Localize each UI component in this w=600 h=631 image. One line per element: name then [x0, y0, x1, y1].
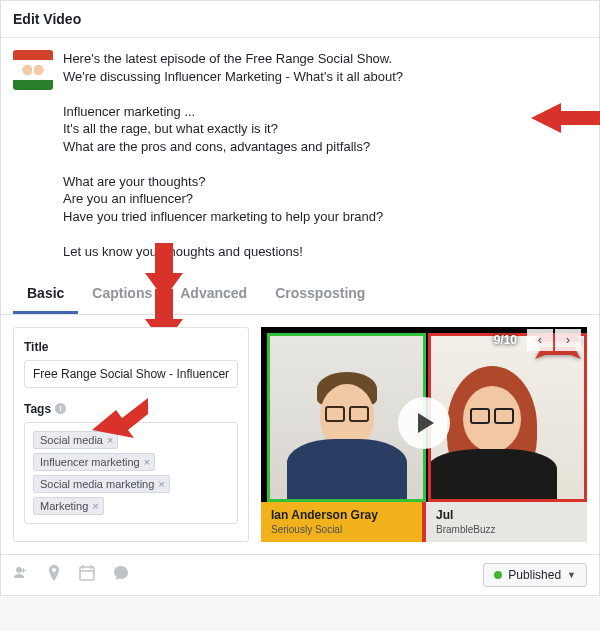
name-cell-left: Ian Anderson Gray Seriously Social: [261, 502, 422, 542]
slide-index: 9/10: [494, 333, 517, 347]
prev-slide-button[interactable]: ‹: [527, 329, 553, 351]
status-dot-icon: [494, 571, 502, 579]
person-org: BrambleBuzz: [436, 524, 587, 535]
message-icon[interactable]: [113, 565, 129, 585]
tag-people-icon[interactable]: [13, 565, 29, 585]
next-slide-button[interactable]: ›: [555, 329, 581, 351]
modal-title: Edit Video: [1, 1, 599, 38]
tag-remove-icon[interactable]: ×: [92, 500, 98, 512]
schedule-icon[interactable]: [79, 565, 95, 585]
page-avatar[interactable]: [13, 50, 53, 90]
edit-video-modal: Edit Video Here's the latest episode of …: [0, 0, 600, 596]
preview-nav: ‹ ›: [527, 329, 581, 351]
chevron-down-icon: ▼: [567, 570, 576, 580]
status-label: Published: [508, 568, 561, 582]
basic-settings-panel: Title Tags i Social media× Influencer ma…: [13, 327, 249, 542]
title-label: Title: [24, 340, 238, 354]
title-input[interactable]: [24, 360, 238, 388]
annotation-arrow-tags: [92, 396, 148, 440]
tab-crossposting[interactable]: Crossposting: [261, 273, 379, 314]
tags-label-text: Tags: [24, 402, 51, 416]
name-strip: Ian Anderson Gray Seriously Social Jul B…: [261, 502, 587, 542]
video-preview: 9/10 ‹ › FREE RANGE Ian Anderson Gray: [261, 327, 587, 542]
person-name: Jul: [436, 508, 587, 522]
play-button[interactable]: [398, 397, 450, 449]
tag-remove-icon[interactable]: ×: [158, 478, 164, 490]
tag-chip[interactable]: Marketing×: [33, 497, 104, 515]
post-text[interactable]: Here's the latest episode of the Free Ra…: [63, 50, 587, 261]
svg-rect-6: [80, 567, 94, 580]
name-cell-right: Jul BrambleBuzz: [422, 502, 587, 542]
tag-remove-icon[interactable]: ×: [144, 456, 150, 468]
tag-chip[interactable]: Social media marketing×: [33, 475, 170, 493]
info-icon[interactable]: i: [55, 403, 66, 414]
location-icon[interactable]: [47, 565, 61, 585]
svg-marker-0: [531, 103, 600, 133]
person-name: Ian Anderson Gray: [271, 508, 422, 522]
title-label-text: Title: [24, 340, 48, 354]
svg-marker-3: [92, 398, 148, 438]
post-composer: Here's the latest episode of the Free Ra…: [1, 38, 599, 273]
person-org: Seriously Social: [271, 524, 422, 535]
tabs: Basic Captions Advanced Crossposting: [1, 273, 599, 315]
tag-chip[interactable]: Influencer marketing×: [33, 453, 155, 471]
publish-status-dropdown[interactable]: Published ▼: [483, 563, 587, 587]
modal-footer: Published ▼: [1, 554, 599, 595]
annotation-arrow-post: [531, 98, 600, 138]
editor-body: Title Tags i Social media× Influencer ma…: [1, 315, 599, 554]
tab-basic[interactable]: Basic: [13, 273, 78, 314]
